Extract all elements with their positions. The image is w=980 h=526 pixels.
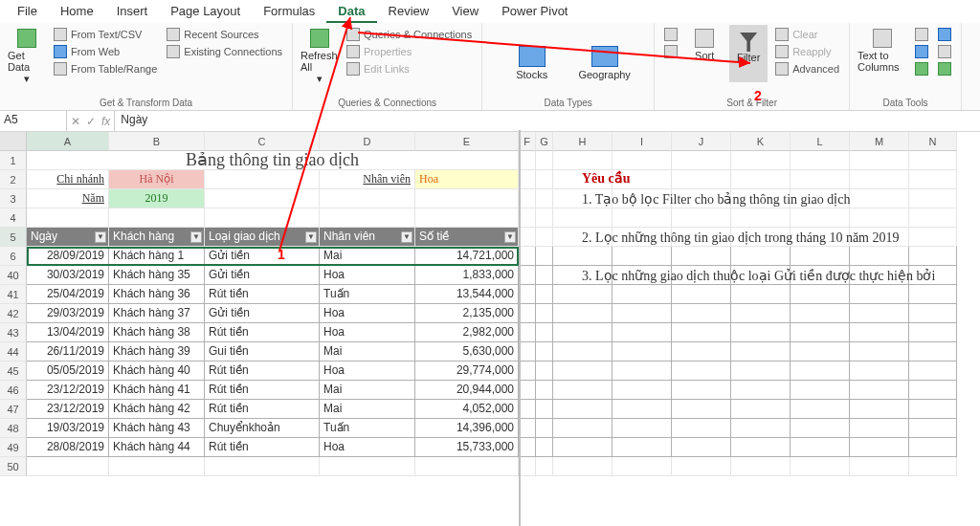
flash-fill-button[interactable] <box>913 27 930 42</box>
cell[interactable] <box>791 457 850 476</box>
cell[interactable] <box>553 247 612 266</box>
cell[interactable] <box>536 342 553 362</box>
cell[interactable] <box>612 247 672 266</box>
cell[interactable] <box>731 342 791 362</box>
cell[interactable] <box>519 400 536 419</box>
col-header-F[interactable]: F <box>519 132 536 151</box>
cell[interactable] <box>909 208 957 228</box>
cell[interactable] <box>320 208 415 228</box>
cell[interactable] <box>519 419 536 438</box>
row-header-43[interactable]: 43 <box>0 323 27 342</box>
cell[interactable] <box>519 189 536 208</box>
cell[interactable] <box>519 285 536 304</box>
cell[interactable] <box>672 400 731 419</box>
cell[interactable] <box>672 419 731 438</box>
cell[interactable] <box>536 304 553 323</box>
cell[interactable] <box>909 170 957 189</box>
cell-type[interactable]: Rút tiền <box>205 400 320 419</box>
advanced-filter-button[interactable]: Advanced <box>773 61 841 77</box>
cell[interactable] <box>672 151 731 170</box>
cell-amount[interactable]: 29,774,000 <box>415 362 519 381</box>
cell-date[interactable]: 23/12/2019 <box>27 381 109 400</box>
cell[interactable] <box>731 457 791 476</box>
cell[interactable] <box>731 381 791 400</box>
cell[interactable] <box>791 151 850 170</box>
cell-date[interactable]: 28/08/2019 <box>27 438 109 457</box>
cell-type[interactable]: Rút tiền <box>205 362 320 381</box>
cell[interactable] <box>672 342 731 362</box>
cell[interactable] <box>672 323 731 342</box>
cell[interactable] <box>536 151 553 170</box>
cell-customer[interactable]: Khách hàng 37 <box>109 304 205 323</box>
cell[interactable] <box>731 151 791 170</box>
cell-customer[interactable]: Khách hàng 38 <box>109 323 205 342</box>
row-header-46[interactable]: 46 <box>0 381 27 400</box>
cell[interactable] <box>909 323 957 342</box>
fx-icon[interactable]: fx <box>101 115 110 128</box>
cell-customer[interactable]: Khách hàng 43 <box>109 419 205 438</box>
cell[interactable] <box>553 457 612 476</box>
tab-pagelayout[interactable]: Page Layout <box>159 2 252 23</box>
table-header-3[interactable]: Nhân viên▼ <box>320 228 415 247</box>
cell[interactable] <box>672 247 731 266</box>
row-header-44[interactable]: 44 <box>0 342 27 362</box>
cell[interactable] <box>536 266 553 285</box>
nhanvien-value[interactable]: Hoa <box>415 170 519 189</box>
tab-file[interactable]: File <box>6 2 49 23</box>
cell[interactable] <box>612 381 672 400</box>
row-header-45[interactable]: 45 <box>0 362 27 381</box>
cell[interactable] <box>791 170 850 189</box>
chi-nhanh-value[interactable]: Hà Nội <box>109 170 205 189</box>
cell[interactable] <box>731 419 791 438</box>
row-header-42[interactable]: 42 <box>0 304 27 323</box>
cell[interactable] <box>612 362 672 381</box>
cell[interactable] <box>415 208 519 228</box>
cell[interactable] <box>731 304 791 323</box>
row-header-5[interactable]: 5 <box>0 228 27 247</box>
cell[interactable] <box>519 208 536 228</box>
row-header-48[interactable]: 48 <box>0 419 27 438</box>
row-header-4[interactable]: 4 <box>0 208 27 228</box>
col-header-N[interactable]: N <box>909 132 957 151</box>
table-header-1[interactable]: Khách hàng▼ <box>109 228 205 247</box>
cell-staff[interactable]: Hoa <box>320 266 415 285</box>
col-header-B[interactable]: B <box>109 132 205 151</box>
cell-staff[interactable]: Tuấn <box>320 419 415 438</box>
cell-date[interactable]: 30/03/2019 <box>27 266 109 285</box>
cell[interactable] <box>850 189 909 208</box>
refresh-all-button[interactable]: Refresh All▾ <box>301 25 339 85</box>
cell[interactable] <box>791 419 850 438</box>
table-header-2[interactable]: Loại giao dịch▼ <box>205 228 320 247</box>
row-header-47[interactable]: 47 <box>0 400 27 419</box>
cell-amount[interactable]: 13,544,000 <box>415 285 519 304</box>
cell[interactable] <box>536 381 553 400</box>
cell[interactable] <box>536 285 553 304</box>
cell-amount[interactable]: 15,733,000 <box>415 438 519 457</box>
cell[interactable] <box>909 457 957 476</box>
sort-asc-button[interactable] <box>662 27 679 42</box>
cell[interactable] <box>612 342 672 362</box>
cell-type[interactable]: Rút tiền <box>205 285 320 304</box>
cell[interactable] <box>850 304 909 323</box>
cell-customer[interactable]: Khách hàng 36 <box>109 285 205 304</box>
col-header-K[interactable]: K <box>731 132 791 151</box>
cell[interactable] <box>909 381 957 400</box>
cell[interactable] <box>791 247 850 266</box>
cell[interactable] <box>109 208 205 228</box>
cell[interactable] <box>536 362 553 381</box>
cell-type[interactable]: Rút tiền <box>205 381 320 400</box>
row-header-50[interactable]: 50 <box>0 457 27 476</box>
cell[interactable] <box>731 285 791 304</box>
cell-customer[interactable]: Khách hàng 41 <box>109 381 205 400</box>
cell[interactable] <box>612 323 672 342</box>
filter-dropdown-icon[interactable]: ▼ <box>504 231 516 243</box>
cell[interactable] <box>320 457 415 476</box>
cell[interactable] <box>850 170 909 189</box>
name-box[interactable]: A5 <box>0 111 67 131</box>
cell[interactable] <box>791 304 850 323</box>
cell[interactable] <box>612 285 672 304</box>
cell[interactable] <box>519 304 536 323</box>
cell[interactable] <box>519 266 536 285</box>
cell[interactable] <box>791 342 850 362</box>
cell[interactable] <box>791 400 850 419</box>
